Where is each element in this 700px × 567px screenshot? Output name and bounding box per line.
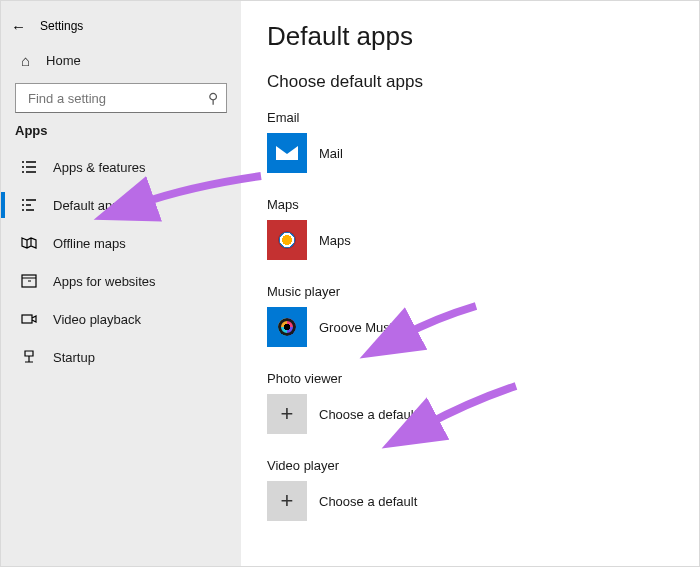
settings-window: ← Settings ⌂ Home ⚲ Apps Apps & features	[0, 0, 700, 567]
category-maps: Maps Maps	[267, 197, 699, 260]
category-label: Video player	[267, 458, 699, 473]
list-icon	[21, 159, 37, 175]
startup-icon	[21, 349, 37, 365]
nav-apps-for-websites[interactable]: Apps for websites	[1, 262, 241, 300]
groove-icon	[267, 307, 307, 347]
plus-icon: +	[267, 394, 307, 434]
plus-icon: +	[267, 481, 307, 521]
app-tile-maps[interactable]: Maps	[267, 220, 699, 260]
app-name: Choose a default	[319, 494, 417, 509]
app-tile-photo-default[interactable]: + Choose a default	[267, 394, 699, 434]
nav-label: Default apps	[53, 198, 126, 213]
window-title: Settings	[40, 19, 83, 33]
sidebar-section-title: Apps	[1, 123, 241, 144]
nav-label: Startup	[53, 350, 95, 365]
nav-home[interactable]: ⌂ Home	[1, 41, 241, 79]
category-label: Maps	[267, 197, 699, 212]
search-wrap: ⚲	[1, 79, 241, 123]
app-name: Groove Music	[319, 320, 399, 335]
svg-rect-1	[22, 315, 32, 323]
category-label: Music player	[267, 284, 699, 299]
category-photo: Photo viewer + Choose a default	[267, 371, 699, 434]
nav-apps-features[interactable]: Apps & features	[1, 148, 241, 186]
nav-label: Apps & features	[53, 160, 146, 175]
search-icon: ⚲	[208, 90, 218, 106]
nav-label: Video playback	[53, 312, 141, 327]
nav-label: Apps for websites	[53, 274, 156, 289]
nav-video-playback[interactable]: Video playback	[1, 300, 241, 338]
nav-list: Apps & features Default apps Offline map…	[1, 148, 241, 376]
search-input[interactable]	[26, 90, 208, 107]
category-music: Music player Groove Music	[267, 284, 699, 347]
nav-label: Offline maps	[53, 236, 126, 251]
sidebar: ← Settings ⌂ Home ⚲ Apps Apps & features	[1, 1, 241, 566]
category-email: Email Mail	[267, 110, 699, 173]
back-icon[interactable]: ←	[11, 18, 26, 35]
mail-icon	[267, 133, 307, 173]
category-video: Video player + Choose a default	[267, 458, 699, 521]
app-name: Mail	[319, 146, 343, 161]
app-name: Maps	[319, 233, 351, 248]
web-apps-icon	[21, 273, 37, 289]
default-apps-icon	[21, 197, 37, 213]
titlebar: ← Settings	[1, 11, 241, 41]
app-tile-groove[interactable]: Groove Music	[267, 307, 699, 347]
home-icon: ⌂	[21, 52, 30, 69]
app-tile-mail[interactable]: Mail	[267, 133, 699, 173]
main-content: Default apps Choose default apps Email M…	[241, 1, 699, 566]
app-tile-video-default[interactable]: + Choose a default	[267, 481, 699, 521]
nav-startup[interactable]: Startup	[1, 338, 241, 376]
app-name: Choose a default	[319, 407, 417, 422]
nav-offline-maps[interactable]: Offline maps	[1, 224, 241, 262]
home-label: Home	[46, 53, 81, 68]
category-label: Email	[267, 110, 699, 125]
map-icon	[21, 235, 37, 251]
maps-icon	[267, 220, 307, 260]
search-box[interactable]: ⚲	[15, 83, 227, 113]
nav-default-apps[interactable]: Default apps	[1, 186, 241, 224]
sub-heading: Choose default apps	[267, 72, 699, 92]
category-label: Photo viewer	[267, 371, 699, 386]
page-title: Default apps	[267, 21, 699, 52]
video-icon	[21, 311, 37, 327]
